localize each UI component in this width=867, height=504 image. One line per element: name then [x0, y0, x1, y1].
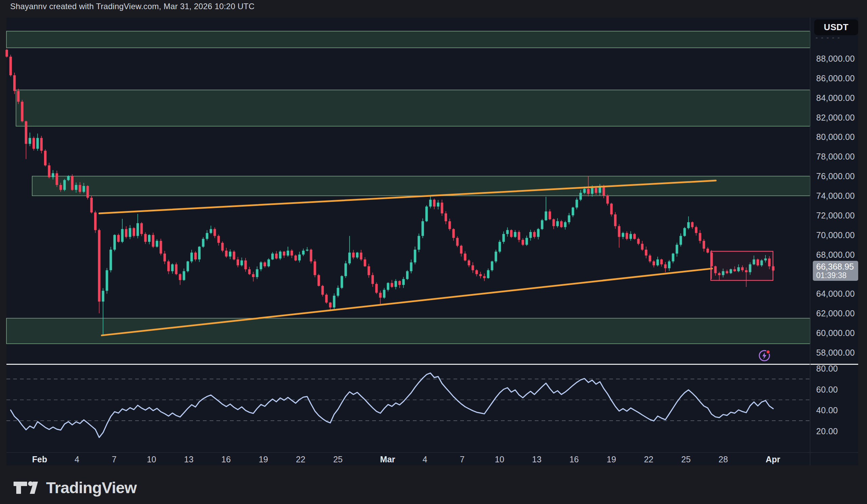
candle-body: [649, 255, 651, 261]
candle-body: [402, 279, 405, 285]
time-axis-tick: Mar: [367, 454, 408, 464]
time-axis-tick: 13: [168, 454, 209, 464]
candle-body: [271, 254, 274, 259]
candle-body: [194, 253, 197, 259]
candle-body: [160, 241, 162, 254]
candle-body: [40, 138, 43, 151]
candle-body: [256, 269, 258, 277]
candle-body: [506, 230, 509, 234]
candle-body: [425, 207, 428, 221]
candle-body: [491, 261, 493, 270]
support-zone-60k[interactable]: [7, 318, 810, 344]
candle-body: [221, 243, 224, 251]
candle-body: [163, 254, 166, 261]
candle-body: [595, 188, 597, 193]
candle-body: [587, 189, 589, 194]
candle-body: [202, 239, 204, 247]
tradingview-logo[interactable]: TradingView: [13, 478, 137, 497]
candle-body: [479, 274, 482, 276]
candle-body: [502, 234, 505, 242]
candle-body: [661, 259, 663, 264]
currency-toggle-button[interactable]: USDT: [814, 19, 858, 35]
candle-body: [229, 252, 231, 256]
candle-body: [78, 185, 81, 192]
candle-body: [137, 223, 139, 236]
candle-body: [248, 269, 250, 274]
candle-body: [706, 249, 709, 253]
candle-body: [325, 295, 328, 302]
candle-body: [703, 241, 705, 249]
price-axis-tick: 70,000.00: [816, 230, 867, 240]
candle-body: [21, 101, 23, 121]
chart-graphics: [0, 0, 867, 504]
candle-body: [541, 220, 543, 229]
candle-body: [679, 236, 682, 245]
candle-body: [352, 253, 355, 257]
currency-toggle-label: USDT: [824, 22, 849, 32]
candle-body: [186, 261, 189, 271]
price-axis-tick: 58,000.00: [816, 347, 867, 357]
candle-body: [414, 250, 416, 262]
candle-body: [348, 253, 351, 264]
candle-body: [44, 151, 46, 165]
candle-body: [683, 228, 686, 236]
candle-body: [314, 261, 316, 275]
candle-body: [391, 283, 393, 287]
candle-body: [356, 253, 358, 257]
candle-body: [591, 188, 593, 194]
candle-body: [560, 221, 563, 227]
candle-body: [433, 200, 436, 207]
resistance-zone-90k[interactable]: [7, 31, 810, 48]
candle-body: [279, 252, 281, 258]
pane-separator[interactable]: [7, 364, 858, 365]
boost-icon[interactable]: [759, 350, 770, 361]
candle-body: [117, 235, 119, 242]
candle-body: [614, 214, 617, 226]
candle-body: [310, 250, 312, 261]
time-axis-tick: 22: [628, 454, 669, 464]
price-range-box[interactable]: [711, 251, 773, 280]
time-axis-tick: 16: [206, 454, 247, 464]
candle-body: [63, 180, 66, 190]
price-axis-tick: 82,000.00: [816, 112, 867, 122]
candle-body: [179, 274, 181, 280]
candle-body: [244, 260, 247, 269]
price-axis-tick: 72,000.00: [816, 210, 867, 220]
candle-body: [367, 266, 370, 275]
time-axis-tick: 13: [516, 454, 557, 464]
candle-body: [6, 50, 8, 56]
candle-body: [568, 215, 570, 222]
candle-body: [475, 270, 478, 274]
candle-body: [664, 264, 666, 268]
candle-body: [32, 138, 35, 149]
price-axis-tick: 60,000.00: [816, 328, 867, 338]
candle-body: [483, 276, 485, 278]
candle-body: [421, 221, 424, 236]
resistance-zone-84k[interactable]: [16, 90, 810, 126]
candle-body: [383, 290, 385, 298]
candle-body: [464, 254, 466, 260]
tradingview-logo-mark: [13, 479, 41, 496]
tradingview-screenshot: Shayannv created with TradingView.com, M…: [0, 0, 867, 504]
candle-body: [306, 250, 308, 251]
candle-body: [217, 236, 220, 243]
candle-body: [29, 138, 31, 143]
time-axis-tick: Feb: [19, 454, 60, 464]
resistance-zone-75k[interactable]: [32, 176, 810, 196]
candle-body: [471, 265, 474, 270]
candle-body: [213, 229, 216, 236]
candle-body: [641, 244, 643, 250]
candle-body: [102, 291, 104, 302]
candle-body: [418, 236, 420, 250]
candle-body: [545, 211, 547, 220]
obscured-axis-label: - - - - -: [815, 34, 857, 42]
candle-body: [487, 270, 489, 278]
candle-body: [36, 138, 39, 149]
candle-body: [672, 254, 674, 261]
candle-body: [599, 187, 601, 193]
candle-body: [429, 200, 431, 207]
candle-body: [533, 232, 535, 237]
candle-body: [183, 271, 185, 280]
rsi-axis-tick: 40.00: [816, 405, 867, 415]
notification-dot: [767, 350, 770, 354]
